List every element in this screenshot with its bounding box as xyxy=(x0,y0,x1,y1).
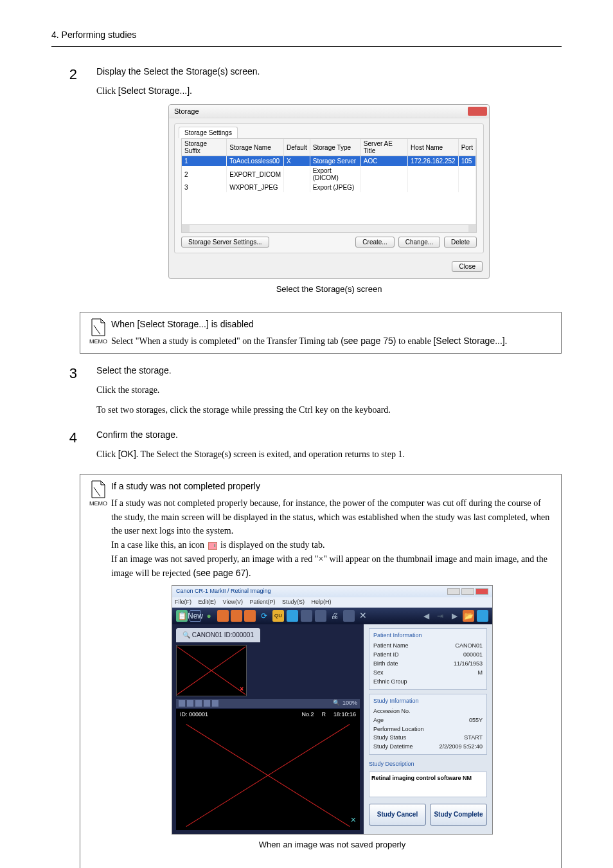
toolbar-icon[interactable]: 📋 xyxy=(176,610,188,622)
study-description: Retinal imaging control software NM xyxy=(369,772,487,797)
step-text: To set two storages, click the storage w… xyxy=(96,403,562,417)
study-cancel-button[interactable]: Study Cancel xyxy=(369,804,426,826)
menu-patient[interactable]: Patient(P) xyxy=(249,599,275,605)
refresh-icon[interactable]: ⟳ xyxy=(258,610,270,622)
record-icon[interactable]: ● xyxy=(203,610,215,622)
page-ref: (see page 75) xyxy=(341,336,396,346)
image-time: 18:10:16 xyxy=(333,710,356,719)
minimize-icon[interactable] xyxy=(447,588,460,595)
menu-file[interactable]: File(F) xyxy=(175,599,191,605)
main-image[interactable]: × xyxy=(176,721,360,830)
step-number: 3 xyxy=(51,365,96,423)
table-row[interactable]: 3 WXPORT_JPEG Export (JPEG) xyxy=(182,183,476,192)
toolbar: 📋 New ● ⟳ QU 🖨 ✕ xyxy=(172,608,492,624)
study-info-group: Study Information Accession No. Age055Y … xyxy=(369,694,487,755)
figure-caption: When an image was not saved properly xyxy=(111,838,553,851)
step-text: Click the storage. xyxy=(96,383,562,397)
delete-button[interactable]: Delete xyxy=(444,237,477,248)
memo-text: If a study was not completed properly be… xyxy=(111,496,553,538)
figure-caption: Select the Storage(s) screen xyxy=(96,284,562,294)
study-tab[interactable]: 🔍 CANON01 ID:000001 xyxy=(176,628,260,642)
toolbar-icon[interactable] xyxy=(231,610,242,622)
thumbnail[interactable]: × xyxy=(176,645,247,696)
step-text: Click xyxy=(96,86,118,96)
toolbar-icon[interactable] xyxy=(244,610,256,622)
toolbar-icon[interactable]: QU xyxy=(272,610,284,622)
col-type: Storage Type xyxy=(310,139,360,156)
new-button[interactable]: New xyxy=(190,610,201,622)
step-4: 4 Confirm the storage. Click [OK]. The S… xyxy=(51,429,562,467)
toolbar-icon[interactable] xyxy=(301,610,312,622)
rejected-x-icon: × xyxy=(351,813,356,827)
prev-icon[interactable]: ◀ xyxy=(420,610,432,622)
create-button[interactable]: Create... xyxy=(355,237,394,248)
storage-dialog: Storage Storage Settings Storage Suffix … xyxy=(168,104,490,279)
toolbar-icon[interactable] xyxy=(195,700,202,707)
step-2: 2 Display the Select the Storage(s) scre… xyxy=(51,66,562,305)
toolbar-icon[interactable] xyxy=(187,700,193,707)
zoom-level: 100% xyxy=(342,699,357,708)
group-title: Study Description xyxy=(369,759,487,770)
toolbar-icon[interactable] xyxy=(204,700,210,707)
print-icon[interactable]: 🖨 xyxy=(329,610,341,622)
close-icon[interactable] xyxy=(468,107,487,116)
patient-info-group: Patient Information Patient NameCANON01 … xyxy=(369,628,487,690)
toolbar-icon[interactable] xyxy=(343,610,355,622)
toolbar-icon[interactable] xyxy=(212,700,218,707)
memo-title: When [Select Storage...] is disabled xyxy=(111,318,553,332)
toolbar-icon[interactable] xyxy=(217,610,229,622)
window-title: Canon CR-1 MarkII / Retinal Imaging xyxy=(176,587,271,596)
thumbnail-toolbar: 🔍 100% xyxy=(176,699,360,708)
memo-title: If a study was not completed properly xyxy=(111,480,553,494)
h-scrollbar[interactable] xyxy=(181,225,477,233)
memo-icon: MEMO xyxy=(85,318,111,348)
study-alert-icon xyxy=(208,542,217,550)
group-title: Study Information xyxy=(373,697,483,706)
toolbar-icon[interactable] xyxy=(179,700,185,707)
zoom-icon[interactable]: 🔍 xyxy=(333,699,340,708)
menubar: File(F) Edit(E) View(V) Patient(P) Study… xyxy=(172,597,492,608)
delete-icon[interactable]: ✕ xyxy=(357,610,369,622)
maximize-icon[interactable] xyxy=(461,588,474,595)
close-button[interactable]: Close xyxy=(452,261,483,272)
menu-view[interactable]: View(V) xyxy=(223,599,243,605)
menu-help[interactable]: Help(H) xyxy=(311,599,331,605)
col-port: Port xyxy=(458,139,475,156)
mid-icon[interactable]: ⇥ xyxy=(434,610,446,622)
window-titlebar: Canon CR-1 MarkII / Retinal Imaging xyxy=(172,586,492,597)
table-row[interactable]: 2 EXPORT_DICOM Export (DICOM) xyxy=(182,166,476,183)
step-title: Display the Select the Storage(s) screen… xyxy=(96,66,562,77)
col-suffix: Storage Suffix xyxy=(182,139,227,156)
step-3: 3 Select the storage. Click the storage.… xyxy=(51,365,562,423)
storage-server-settings-button[interactable]: Storage Server Settings... xyxy=(181,237,269,248)
select-storage-link: [Select Storage...] xyxy=(118,86,190,96)
search-icon: 🔍 xyxy=(182,631,192,638)
memo-box: MEMO When [Select Storage...] is disable… xyxy=(80,312,562,354)
step-number: 2 xyxy=(51,66,96,305)
next-icon[interactable]: ▶ xyxy=(449,610,460,622)
app-screenshot: Canon CR-1 MarkII / Retinal Imaging File… xyxy=(172,585,493,834)
study-complete-button[interactable]: Study Complete xyxy=(430,804,487,826)
breadcrumb: 4. Performing studies xyxy=(51,30,562,47)
table-row[interactable]: 1 ToAocLossless00 X Storage Server AOC 1… xyxy=(182,156,476,167)
memo-box: MEMO If a study was not completed proper… xyxy=(80,474,562,868)
toolbar-icon[interactable] xyxy=(315,610,326,622)
menu-edit[interactable]: Edit(E) xyxy=(199,599,217,605)
group-title: Patient Information xyxy=(373,631,483,640)
toolbar-icon[interactable]: 📂 xyxy=(463,610,474,622)
main-image-header: ID: 000001 No.2 R 18:10:16 xyxy=(176,709,360,721)
close-icon[interactable] xyxy=(475,588,488,595)
col-default: Default xyxy=(284,139,310,156)
step-title: Select the storage. xyxy=(96,365,562,375)
tab-storage-settings[interactable]: Storage Settings xyxy=(179,127,238,138)
step-number: 4 xyxy=(51,429,96,467)
col-host: Host Name xyxy=(408,139,459,156)
step-title: Confirm the storage. xyxy=(96,429,562,440)
ok-ref: [OK] xyxy=(118,449,136,459)
toolbar-icon[interactable] xyxy=(477,610,488,622)
toolbar-icon[interactable] xyxy=(287,610,298,622)
menu-study[interactable]: Study(S) xyxy=(282,599,305,605)
image-eye: R xyxy=(321,710,326,719)
col-ae: Server AE Title xyxy=(360,139,407,156)
change-button[interactable]: Change... xyxy=(398,237,440,248)
